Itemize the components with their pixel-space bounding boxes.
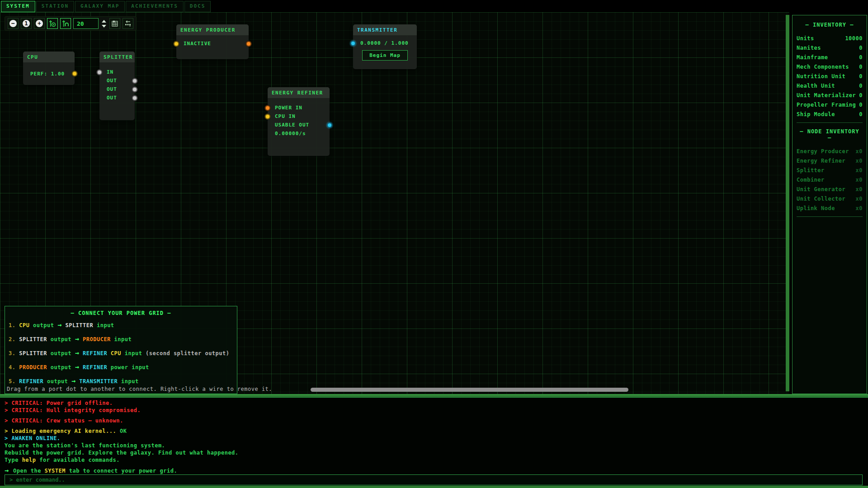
item-name: Combiner [797, 177, 825, 183]
tutorial-step-4-segment: REFINER [79, 364, 107, 371]
vertical-scrollbar[interactable] [786, 15, 789, 391]
item-quantity: 0 [859, 64, 863, 70]
canvas-toolbar: − 1 + [5, 16, 137, 31]
begin-map-button[interactable]: Begin Map [362, 50, 408, 61]
producer-status-label: INACTIVE [184, 41, 211, 47]
tutorial-step-2: 2. SPLITTER output → PRODUCER input [9, 335, 235, 343]
tutorial-step-5: 5. REFINER output → TRANSMITTER input [9, 377, 235, 385]
console-line-9-segment: → [5, 466, 13, 474]
chevron-up-icon [102, 20, 106, 23]
tutorial-step-4-segment: → [75, 363, 80, 371]
tab-bar: SYSTEMSTATIONGALAXY MAPACHIEVEMENTSDOCS [0, 0, 868, 12]
inventory-row: Mainframe0 [797, 52, 863, 62]
splitter-in-label: IN [107, 69, 113, 75]
tab-station[interactable]: STATION [36, 1, 74, 12]
item-name: Mainframe [797, 54, 828, 61]
tutorial-step-2-segment: → [75, 335, 80, 343]
item-quantity: 0 [859, 92, 863, 99]
tutorial-step-5-segment: 5. [9, 378, 19, 385]
tutorial-step-1-segment: output [29, 322, 57, 328]
tutorial-step-1-segment: → [57, 321, 62, 329]
refiner-cpu-in-label: CPU IN [275, 113, 296, 119]
command-input[interactable] [5, 474, 863, 485]
zoom-reset-button[interactable]: 1 [21, 18, 32, 29]
tab-system[interactable]: SYSTEM [1, 1, 35, 12]
snap-size-input[interactable] [73, 18, 99, 29]
auto-layout-button[interactable] [123, 18, 133, 29]
inventory-row: Nutrition Unit0 [797, 71, 863, 81]
tutorial-steps: 1. CPU output → SPLITTER input2. SPLITTE… [7, 321, 235, 385]
tutorial-step-3-segment: output [47, 350, 75, 357]
console-line-5: > AWAKEN ONLINE. [5, 435, 863, 442]
splitter-out-label: OUT [107, 95, 117, 101]
console-line-8-segment: for available commands. [36, 457, 120, 463]
horizontal-scrollbar-thumb[interactable] [311, 388, 628, 392]
producer-output-port[interactable] [246, 41, 251, 47]
splitter-output-port-3[interactable] [132, 95, 137, 101]
console-line-2-segment: > CRITICAL: Hull integrity compromised. [5, 407, 141, 413]
refiner-cpu-input-port[interactable] [265, 114, 270, 119]
item-name: Nutrition Unit [797, 73, 845, 80]
tab-achievements[interactable]: ACHIEVEMENTS [126, 1, 183, 12]
item-name: Splitter [797, 167, 825, 174]
inventory-row: Propeller Framing0 [797, 100, 863, 109]
bottom-border [0, 486, 868, 488]
tutorial-step-3-segment: REFINER [79, 350, 107, 357]
node-splitter[interactable]: SPLITTER IN OUT OUT OUT [99, 52, 135, 120]
tab-docs[interactable]: DOCS [184, 1, 211, 12]
chevron-down-icon [102, 25, 106, 28]
inventory-row: Uplink Nodex0 [797, 203, 863, 213]
item-quantity: x0 [856, 196, 863, 202]
tutorial-step-5-segment: TRANSMITTER [76, 378, 118, 385]
spinner-up-button[interactable] [101, 19, 107, 23]
item-name: Uplink Node [797, 205, 835, 211]
transmitter-input-port[interactable] [350, 41, 356, 46]
minimap-toggle-button[interactable] [109, 18, 120, 29]
console-line-8-segment: Type [5, 457, 22, 463]
item-quantity: x0 [856, 148, 863, 155]
spinner-down-button[interactable] [101, 24, 107, 28]
console-line-9-segment: SYSTEM [45, 468, 66, 474]
zoom-out-button[interactable]: − [8, 18, 19, 29]
inventory-list: Units10000Nanites0Mainframe0Mech Compone… [797, 33, 863, 119]
node-transmitter[interactable]: TRANSMITTER 0.0000 / 1.000 Begin Map [353, 24, 417, 69]
item-name: Energy Refiner [797, 158, 845, 164]
producer-input-port[interactable] [174, 41, 179, 47]
tutorial-step-2-segment: PRODUCER [79, 336, 111, 343]
splitter-input-port[interactable] [97, 70, 102, 75]
item-quantity: x0 [856, 205, 863, 211]
splitter-out-label: OUT [107, 86, 117, 92]
inventory-title: — INVENTORY — [797, 22, 863, 28]
console-line-1-segment: > CRITICAL: Power grid offline. [5, 400, 113, 406]
tutorial-step-4-segment: power input [107, 364, 149, 371]
refiner-power-input-port[interactable] [265, 105, 270, 111]
console-line-3-segment: > CRITICAL: Crew status — unknown. [5, 418, 123, 424]
refiner-output-port[interactable] [327, 122, 332, 128]
tab-galaxy-map[interactable]: GALAXY MAP [75, 1, 125, 12]
node-energy-producer[interactable]: ENERGY PRODUCER INACTIVE [176, 24, 249, 59]
refiner-usable-out-label: USABLE OUT [275, 122, 309, 128]
node-title: SPLITTER [99, 52, 135, 62]
tutorial-step-5-segment: input [118, 378, 138, 385]
node-energy-refiner[interactable]: ENERGY REFINER POWER IN CPU IN USABLE OU… [268, 87, 330, 156]
splitter-output-port-2[interactable] [132, 87, 137, 92]
zoom-in-button[interactable]: + [34, 18, 45, 29]
node-cpu[interactable]: CPU PERF: 1.00 [23, 52, 75, 85]
inventory-row: Health Unit0 [797, 81, 863, 90]
tutorial-step-2-segment: SPLITTER [19, 336, 47, 343]
console-line-1: > CRITICAL: Power grid offline. [5, 399, 863, 407]
node-editor-canvas[interactable]: − 1 + [0, 12, 789, 394]
console-line-5-segment: > AWAKEN ONLINE. [5, 435, 61, 441]
cpu-output-port[interactable] [72, 71, 77, 76]
console-line-3: > CRITICAL: Crew status — unknown. [5, 417, 863, 424]
magnet-snap-toggle[interactable] [60, 18, 71, 29]
grid-snap-toggle[interactable] [47, 18, 58, 29]
console-line-4: > Loading emergency AI kernel... OK [5, 427, 863, 435]
item-quantity: 10000 [845, 35, 863, 42]
item-quantity: x0 [856, 177, 863, 183]
panel-splitter-handle[interactable] [0, 394, 868, 397]
inventory-row: Energy Producerx0 [797, 146, 863, 156]
splitter-out-label: OUT [107, 78, 117, 84]
console-line-7-segment: Rebuild the power grid. Explore the gala… [5, 450, 239, 456]
splitter-output-port-1[interactable] [132, 78, 137, 84]
